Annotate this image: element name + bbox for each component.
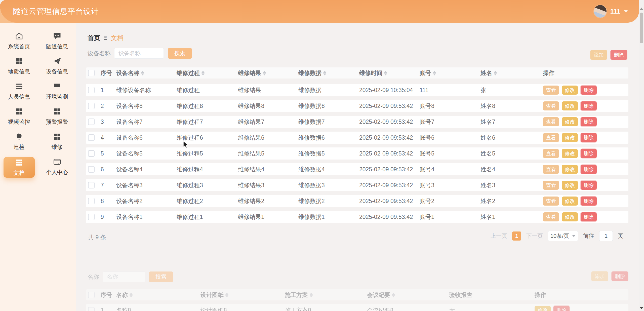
column-header[interactable]: 维修结果 <box>238 69 298 77</box>
edit-button[interactable]: 修改 <box>535 306 551 311</box>
edit-button[interactable]: 修改 <box>562 212 578 221</box>
sort-caret-icon[interactable] <box>392 293 395 297</box>
delete-button[interactable]: 删除 <box>581 181 597 190</box>
goto-page-input[interactable] <box>599 231 613 241</box>
sidebar-item-2[interactable]: 隧道信息 <box>38 31 76 50</box>
row-checkbox[interactable] <box>88 198 95 204</box>
column-header[interactable]: 维修过程 <box>177 69 238 77</box>
view-button[interactable]: 查看 <box>543 133 559 142</box>
sidebar-item-9[interactable]: 巡检 <box>0 132 38 151</box>
sort-caret-icon[interactable] <box>323 71 326 75</box>
column-header[interactable]: 设备名称 <box>116 69 177 77</box>
delete-button[interactable]: 删除 <box>581 197 597 206</box>
row-checkbox[interactable] <box>88 182 95 188</box>
sort-caret-icon[interactable] <box>263 71 266 75</box>
sidebar-item-3[interactable]: 地质信息 <box>0 56 38 75</box>
breadcrumb-home[interactable]: 首页 <box>88 34 100 42</box>
add-button[interactable]: 添加 <box>590 50 607 60</box>
scrollbar[interactable] <box>639 0 644 311</box>
column-header[interactable]: 账号 <box>420 69 480 77</box>
sort-caret-icon[interactable] <box>202 71 205 75</box>
delete-button[interactable]: 删除 <box>611 271 628 281</box>
row-checkbox[interactable] <box>88 307 95 311</box>
edit-button[interactable]: 修改 <box>562 197 578 206</box>
select-all-checkbox[interactable] <box>88 292 95 298</box>
edit-button[interactable]: 修改 <box>562 181 578 190</box>
delete-button[interactable]: 删除 <box>581 165 597 174</box>
cell-data: 维修数据6 <box>298 134 359 142</box>
column-header[interactable]: 设计图纸 <box>200 291 285 299</box>
column-header[interactable]: 会议纪要 <box>367 291 449 299</box>
avatar[interactable] <box>594 5 607 18</box>
row-checkbox[interactable] <box>88 119 95 125</box>
sidebar-item-8[interactable]: 预警报警 <box>38 107 76 126</box>
sort-caret-icon[interactable] <box>141 71 144 75</box>
edit-button[interactable]: 修改 <box>562 149 578 158</box>
column-header[interactable]: 维修时间 <box>359 69 420 77</box>
row-checkbox[interactable] <box>88 214 95 220</box>
edit-button[interactable]: 修改 <box>562 117 578 126</box>
delete-button[interactable]: 删除 <box>553 306 570 311</box>
sidebar-item-5[interactable]: 人员信息 <box>0 82 38 101</box>
scroll-down-icon[interactable] <box>640 307 643 309</box>
add-button[interactable]: 添加 <box>591 271 608 281</box>
sidebar-item-11[interactable]: 文档 <box>4 157 35 178</box>
view-button[interactable]: 查看 <box>543 212 559 221</box>
cell-time: 2025-02-09 09:53:42 <box>359 198 420 205</box>
column-header[interactable]: 姓名 <box>480 69 540 77</box>
sidebar-item-10[interactable]: 维修 <box>38 132 76 151</box>
column-header[interactable]: 维修数据 <box>298 69 359 77</box>
column-header[interactable]: 序号 <box>101 69 116 77</box>
sort-caret-icon[interactable] <box>494 71 497 75</box>
column-header[interactable]: 序号 <box>101 291 116 299</box>
sidebar-item-12[interactable]: 个人中心 <box>38 157 76 176</box>
delete-button[interactable]: 删除 <box>581 149 597 158</box>
next-page-button[interactable]: 下一页 <box>526 232 543 240</box>
user-menu[interactable]: 111 <box>594 5 628 18</box>
search-input[interactable] <box>114 48 164 59</box>
edit-button[interactable]: 修改 <box>562 165 578 174</box>
view-button[interactable]: 查看 <box>543 197 559 206</box>
edit-button[interactable]: 修改 <box>562 86 578 95</box>
delete-button[interactable]: 删除 <box>581 212 597 221</box>
sort-caret-icon[interactable] <box>433 71 436 75</box>
page-number-active[interactable]: 1 <box>512 231 521 241</box>
delete-button[interactable]: 删除 <box>581 117 597 126</box>
sidebar-item-4[interactable]: 设备信息 <box>38 56 76 75</box>
scroll-up-icon[interactable] <box>640 8 643 10</box>
search-button[interactable]: 搜索 <box>168 48 192 59</box>
row-checkbox[interactable] <box>88 134 95 141</box>
sidebar-item-6[interactable]: 环境监测 <box>38 82 76 101</box>
row-checkbox[interactable] <box>88 103 95 109</box>
view-button[interactable]: 查看 <box>543 117 559 126</box>
sidebar-item-7[interactable]: 视频监控 <box>0 107 38 126</box>
row-checkbox[interactable] <box>88 87 95 93</box>
view-button[interactable]: 查看 <box>543 86 559 95</box>
delete-button[interactable]: 删除 <box>581 133 597 142</box>
edit-button[interactable]: 修改 <box>562 101 578 110</box>
edit-button[interactable]: 修改 <box>562 133 578 142</box>
delete-button[interactable]: 删除 <box>610 50 627 60</box>
scrollbar-thumb[interactable] <box>640 13 643 43</box>
prev-page-button[interactable]: 上一页 <box>491 232 507 240</box>
row-checkbox[interactable] <box>88 150 95 157</box>
sort-caret-icon[interactable] <box>225 293 228 297</box>
view-button[interactable]: 查看 <box>543 181 559 190</box>
view-button[interactable]: 查看 <box>543 149 559 158</box>
sort-caret-icon[interactable] <box>384 71 387 75</box>
delete-button[interactable]: 删除 <box>581 86 597 95</box>
page-size-select[interactable]: 10条/页 <box>548 231 578 241</box>
delete-button[interactable]: 删除 <box>581 101 597 110</box>
column-header[interactable]: 施工方案 <box>285 291 367 299</box>
view-button[interactable]: 查看 <box>543 101 559 110</box>
search-button[interactable]: 搜索 <box>149 271 173 282</box>
sort-caret-icon[interactable] <box>130 293 133 297</box>
column-header[interactable]: 名称 <box>116 291 200 299</box>
sidebar-item-1[interactable]: 系统首页 <box>0 31 38 50</box>
search-input[interactable] <box>103 271 145 282</box>
sort-caret-icon[interactable] <box>310 293 313 297</box>
select-all-checkbox[interactable] <box>88 70 95 76</box>
app-title: 隧道云管理信息平台设计 <box>13 6 99 17</box>
row-checkbox[interactable] <box>88 166 95 173</box>
view-button[interactable]: 查看 <box>543 165 559 174</box>
